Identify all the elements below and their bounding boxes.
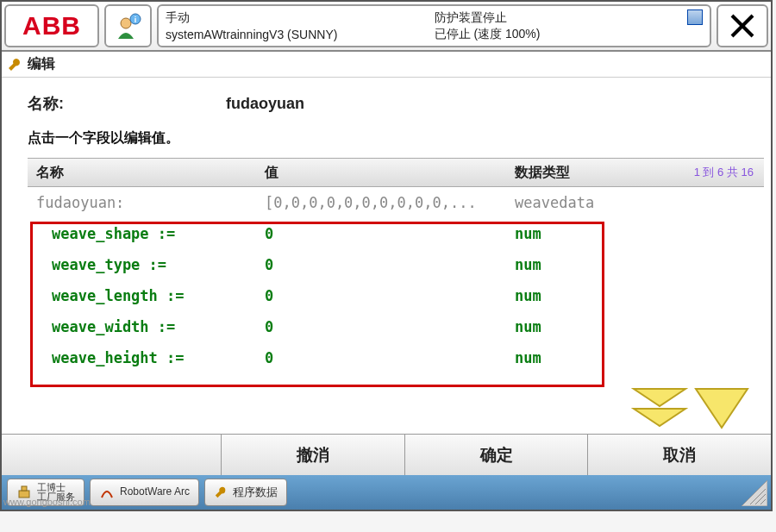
task-bar: 工博士 工厂服务 RobotWare Arc 程序数据 [2,475,771,510]
svg-text:i: i [134,16,136,24]
undo-button[interactable]: 撤消 [221,435,404,475]
row-type: num [515,287,648,304]
task-rw-label: RobotWare Arc [120,486,190,498]
abb-logo[interactable]: ABB [4,4,99,47]
row-type: num [515,349,648,366]
row-value: 0 [265,256,515,273]
table-header: 名称 值 数据类型 1 到 6 共 16 [28,158,764,187]
name-field-label: 名称: [28,93,226,114]
row-type: num [515,225,648,242]
row-name: weave_length := [28,287,265,304]
row-name: fudaoyuan: [28,194,265,211]
row-name: weave_width := [28,318,265,335]
help-user-icon: i [114,11,143,41]
row-name: weave_shape := [28,225,265,242]
wrench-icon [214,485,228,499]
system-label: systemAWtrainningV3 (SUNNY) [166,28,435,41]
stopped-label: 已停止 (速度 100%) [435,27,704,42]
row-value: 0 [265,287,515,304]
name-field-value: fudaoyuan [226,95,304,113]
svg-rect-9 [22,486,27,491]
watermark: www.gongboshi.com [3,497,91,508]
header-value[interactable]: 值 [265,164,515,182]
row-value: 0 [265,225,515,242]
status-panel: 手动 systemAWtrainningV3 (SUNNY) 防护装置停止 已停… [157,4,711,47]
svg-marker-6 [634,409,685,426]
guard-label: 防护装置停止 [435,10,704,26]
edit-label: 编辑 [28,55,55,73]
button-row: 撤消 确定 取消 [2,434,771,475]
row-value: 0 [265,349,515,366]
name-field-row: 名称: fudaoyuan [28,93,764,114]
table-row[interactable]: fudaoyuan: [0,0,0,0,0,0,0,0,0,0,... weav… [28,187,764,218]
row-value: [0,0,0,0,0,0,0,0,0,0,... [265,194,515,211]
svg-marker-7 [696,389,748,428]
abb-logo-text: ABB [22,11,81,41]
main-window: ABB i 手动 systemAWtrainningV3 (SUNNY) 防护装… [0,0,773,511]
ok-button[interactable]: 确定 [404,435,588,475]
taskbar-button-progdata[interactable]: 程序数据 [204,479,287,506]
minimize-icon[interactable] [687,9,703,25]
task-prog-label: 程序数据 [233,485,278,500]
row-name: weave_height := [28,349,265,366]
page-down-icon[interactable] [629,385,690,436]
row-name: weave_type := [28,256,265,273]
scroll-down-icon[interactable] [692,385,752,436]
svg-marker-5 [634,389,685,406]
taskbar-button-robotware[interactable]: RobotWare Arc [90,479,199,506]
row-type: weavedata [515,194,648,211]
scroll-arrows [629,385,752,436]
help-button[interactable]: i [104,4,152,47]
wrench-icon [7,57,22,72]
close-icon [728,11,757,41]
row-type: num [515,256,648,273]
cancel-button[interactable]: 取消 [587,435,771,475]
table-row[interactable]: weave_shape := 0 num [28,218,764,249]
table-row[interactable]: weave_length := 0 num [28,280,764,311]
row-value: 0 [265,318,515,335]
header-type[interactable]: 数据类型 [515,164,648,182]
close-button[interactable] [717,4,768,47]
button-spacer [2,435,221,475]
svg-point-0 [121,18,131,28]
table-area: 名称 值 数据类型 1 到 6 共 16 fudaoyuan: [0,0,0,0… [28,158,764,373]
table-row[interactable]: weave_type := 0 num [28,249,764,280]
mode-label: 手动 [166,10,435,26]
title-bar: ABB i 手动 systemAWtrainningV3 (SUNNY) 防护装… [2,2,771,52]
header-name[interactable]: 名称 [28,164,265,182]
header-range: 1 到 6 共 16 [648,165,764,180]
table-row[interactable]: weave_height := 0 num [28,342,764,373]
corner-grip-icon[interactable] [742,480,767,506]
content-area: 名称: fudaoyuan 点击一个字段以编辑值。 名称 值 数据类型 1 到 … [2,78,771,373]
table-row[interactable]: weave_width := 0 num [28,311,764,342]
edit-header: 编辑 [2,52,771,78]
arc-icon [99,485,115,500]
row-type: num [515,318,648,335]
instruction-text: 点击一个字段以编辑值。 [28,129,764,147]
